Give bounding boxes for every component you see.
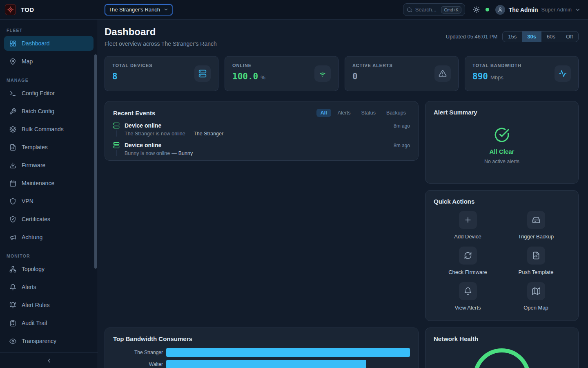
bell-icon (459, 282, 477, 300)
shield-check-icon (9, 216, 16, 223)
filter-tab-backups[interactable]: Backups (382, 109, 410, 117)
check-firmware-button[interactable]: Check Firmware (434, 247, 502, 275)
download-icon (9, 162, 16, 169)
sidebar-item-vpn[interactable]: VPN (4, 194, 94, 209)
open-map-button[interactable]: Open Map (502, 282, 570, 311)
sidebar-scrollbar[interactable] (94, 54, 97, 269)
page-title: Dashboard (105, 26, 217, 38)
sidebar-item-templates[interactable]: Templates (4, 140, 94, 155)
page-header: Dashboard Fleet overview across The Stra… (105, 26, 579, 47)
chevron-down-icon (163, 7, 169, 12)
filter-tab-all[interactable]: All (316, 109, 331, 117)
calendar-icon (9, 180, 16, 187)
add-device-button[interactable]: Add Device (434, 211, 502, 240)
sidebar-item-achtung[interactable]: Achtung (4, 230, 94, 245)
sidebar-item-label: Alerts (22, 284, 36, 290)
sidebar-item-alert-rules[interactable]: Alert Rules (4, 298, 94, 312)
plus-icon (459, 211, 477, 229)
stat-card-online: ONLINE 100.0 % (225, 56, 339, 91)
sidebar-item-bulk-commands[interactable]: Bulk Commands (4, 122, 94, 137)
sidebar-collapse-button[interactable] (0, 352, 98, 368)
alert-status-text: All Clear (490, 148, 514, 155)
activity-icon (555, 65, 571, 82)
last-updated-text: Updated 05:46:01 PM (446, 34, 497, 40)
sidebar-item-audit-trail[interactable]: Audit Trail (4, 316, 94, 330)
theme-toggle-button[interactable] (473, 6, 480, 13)
refresh-60s-button[interactable]: 60s (541, 31, 561, 42)
sidebar-item-firmware[interactable]: Firmware (4, 158, 94, 173)
refresh-icon (459, 247, 477, 265)
view-alerts-button[interactable]: View Alerts (434, 282, 502, 311)
bandwidth-bar (166, 360, 366, 368)
quick-actions-panel: Quick Actions Add Device Trigger Backup (425, 190, 579, 321)
user-menu-button[interactable] (575, 7, 581, 13)
bell-icon (9, 284, 16, 291)
filter-tab-status[interactable]: Status (357, 109, 380, 117)
sidebar-item-maintenance[interactable]: Maintenance (4, 176, 94, 191)
online-status-dot (486, 8, 489, 11)
refresh-off-button[interactable]: Off (561, 31, 578, 42)
sidebar-item-topology[interactable]: Topology (4, 262, 94, 276)
bandwidth-chart: The Stranger Walter (113, 348, 410, 368)
sidebar-item-label: Achtung (22, 234, 42, 240)
sidebar-item-label: Maintenance (22, 180, 54, 186)
app-root: TOD The Stranger's Ranch Cmd+K The Admin… (0, 0, 588, 368)
user-role: Super Admin (541, 7, 572, 13)
bandwidth-row: The Stranger (113, 348, 410, 357)
stat-value: 8 (112, 72, 118, 81)
trigger-backup-button[interactable]: Trigger Backup (502, 211, 570, 240)
search-icon (407, 7, 412, 13)
sidebar-item-label: Batch Config (22, 108, 54, 114)
event-description: The Stranger is now online—The Stranger (125, 131, 410, 137)
timeline-line (116, 130, 117, 137)
filter-tab-alerts[interactable]: Alerts (334, 109, 355, 117)
server-icon (113, 122, 120, 129)
event-title: Device online (125, 142, 161, 148)
avatar[interactable] (495, 5, 505, 15)
event-device: Bunny (178, 150, 193, 156)
megaphone-icon (9, 234, 16, 241)
network-icon (9, 266, 16, 273)
dashboard-grid-icon (9, 40, 16, 47)
panels-grid: Recent Events All Alerts Status Backups (105, 101, 579, 368)
sidebar-item-map[interactable]: Map (4, 54, 94, 69)
search-input[interactable] (415, 7, 439, 13)
page-header-left: Dashboard Fleet overview across The Stra… (105, 26, 217, 47)
bandwidth-device-label: The Stranger (113, 350, 163, 355)
sidebar-item-config-editor[interactable]: Config Editor (4, 86, 94, 101)
user-icon (497, 7, 503, 13)
server-icon (113, 142, 120, 148)
event-time: 8m ago (394, 143, 410, 148)
sidebar-item-label: Firmware (22, 162, 45, 168)
sun-icon (473, 6, 480, 13)
sidebar-item-transparency[interactable]: Transparency (4, 334, 94, 348)
sidebar-section-fleet: FLEET (0, 28, 98, 33)
sidebar-item-label: Map (22, 58, 33, 65)
bandwidth-title: Top Bandwidth Consumers (113, 335, 410, 342)
stat-value: 890 (472, 72, 488, 81)
wrench-icon (9, 108, 16, 115)
fleet-selector[interactable]: The Stranger's Ranch (105, 4, 172, 15)
sidebar-item-alerts[interactable]: Alerts (4, 280, 94, 294)
sidebar-item-batch-config[interactable]: Batch Config (4, 104, 94, 119)
sidebar-item-label: Audit Trail (22, 320, 47, 326)
refresh-15s-button[interactable]: 15s (503, 31, 522, 42)
sidebar-item-label: Bulk Commands (22, 126, 64, 132)
alert-summary-panel: Alert Summary All Clear No active alerts (425, 101, 579, 184)
stats-row: TOTAL DEVICES 8 ONLINE 100.0 % (105, 56, 579, 91)
sidebar-item-dashboard[interactable]: Dashboard (4, 36, 94, 51)
file-code-icon (527, 247, 545, 265)
stat-value: 100.0 (232, 72, 258, 81)
event-row[interactable]: Device online 8m ago Bunny is now online… (113, 142, 410, 156)
sidebar-item-label: VPN (22, 198, 33, 204)
event-row[interactable]: Device online 8m ago The Stranger is now… (113, 122, 410, 137)
push-template-button[interactable]: Push Template (502, 247, 570, 275)
app-logo-icon (5, 4, 16, 15)
refresh-30s-button[interactable]: 30s (522, 31, 541, 42)
sidebar-item-certificates[interactable]: Certificates (4, 212, 94, 227)
search-box[interactable]: Cmd+K (403, 3, 465, 16)
stat-card-active-alerts: ACTIVE ALERTS 0 (345, 56, 459, 91)
event-description: Bunny is now online—Bunny (125, 150, 410, 156)
app-title: TOD (21, 6, 34, 13)
hard-drive-icon (527, 211, 545, 229)
